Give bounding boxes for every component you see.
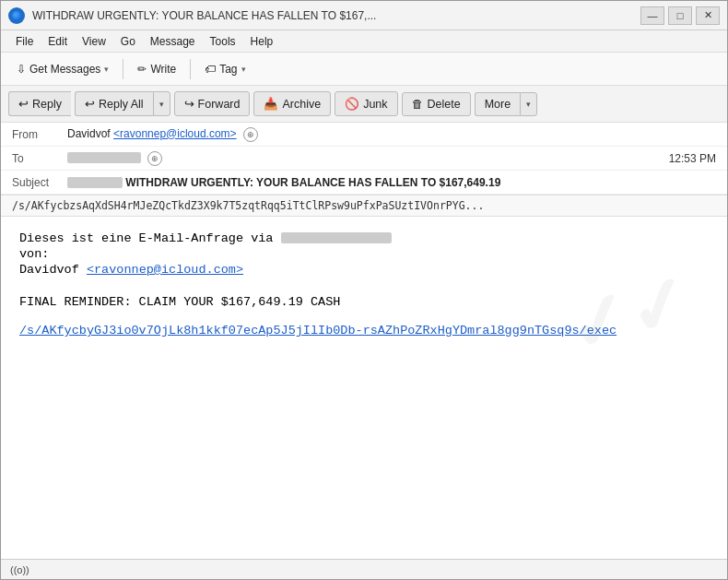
- reply-icon: ↩: [18, 97, 29, 111]
- tag-label: Tag: [219, 63, 237, 76]
- to-value: ⊕: [67, 151, 669, 166]
- more-group: More ▾: [475, 92, 537, 116]
- reply-all-icon: ↩: [85, 97, 95, 111]
- menu-file[interactable]: File: [8, 33, 41, 50]
- delete-icon: 🗑: [412, 98, 424, 111]
- menu-go[interactable]: Go: [113, 33, 143, 50]
- menu-help[interactable]: Help: [243, 33, 281, 50]
- from-row: From Davidvof <ravonnep@icloud.com> ⊕: [1, 123, 727, 147]
- body-line1: Dieses ist eine E-Mail-Anfrage via: [19, 231, 273, 245]
- close-button[interactable]: ✕: [696, 6, 720, 25]
- get-messages-chevron[interactable]: ▾: [104, 65, 109, 74]
- from-email: <ravonnep@icloud.com>: [113, 127, 237, 140]
- from-value: Davidvof <ravonnep@icloud.com> ⊕: [67, 127, 716, 142]
- delete-button[interactable]: 🗑 Delete: [402, 92, 471, 116]
- subject-row: Subject WITHDRAW URGENTLY: YOUR BALANCE …: [1, 171, 727, 195]
- body-url-para: /s/AKfycbyGJ3io0v7OjLk8h1kkf07ecAp5J5jIl…: [19, 324, 709, 337]
- url-bar-text: /s/AKfycbzsAqXdSH4rMJeZQcTkdZ3X9k7T5zqtR…: [12, 199, 484, 212]
- archive-icon: 📥: [264, 97, 278, 111]
- title-bar: WITHDRAW URGENTLY: YOUR BALANCE HAS FALL…: [1, 1, 727, 30]
- menu-message[interactable]: Message: [143, 33, 203, 50]
- from-name: Davidvof: [67, 127, 111, 140]
- reply-all-dropdown[interactable]: ▾: [153, 91, 170, 116]
- write-label: Write: [150, 63, 176, 76]
- app-icon: [8, 7, 25, 24]
- window-controls: — □ ✕: [640, 6, 720, 25]
- forward-label: Forward: [198, 98, 241, 111]
- body-intro: Dieses ist eine E-Mail-Anfrage via: [19, 231, 709, 245]
- email-body: ✓✓ Dieses ist eine E-Mail-Anfrage via vo…: [1, 217, 727, 559]
- body-name-line: Davidvof <ravonnep@icloud.com>: [19, 263, 709, 277]
- body-url-link[interactable]: /s/AKfycbyGJ3io0v7OjLk8h1kkf07ecAp5J5jIl…: [19, 324, 709, 337]
- tag-button[interactable]: 🏷 Tag ▾: [196, 58, 253, 80]
- delete-label: Delete: [428, 98, 461, 111]
- get-messages-button[interactable]: ⇩ Get Messages ▾: [8, 58, 117, 80]
- menu-view[interactable]: View: [75, 33, 113, 50]
- more-dropdown[interactable]: ▾: [520, 92, 537, 116]
- email-time: 12:53 PM: [669, 152, 716, 165]
- body-von: von:: [19, 247, 709, 261]
- main-window: WITHDRAW URGENTLY: YOUR BALANCE HAS FALL…: [0, 0, 728, 580]
- junk-icon: 🚫: [345, 97, 359, 111]
- junk-label: Junk: [363, 98, 387, 111]
- main-toolbar: ⇩ Get Messages ▾ ✏ Write 🏷 Tag ▾: [1, 53, 727, 86]
- email-headers: From Davidvof <ravonnep@icloud.com> ⊕ To…: [1, 123, 727, 195]
- subject-main: WITHDRAW URGENTLY: YOUR BALANCE HAS FALL…: [125, 176, 500, 189]
- menu-tools[interactable]: Tools: [203, 33, 243, 50]
- body-reminder: FINAL REMINDER: CLAIM YOUR $167,649.19 C…: [19, 295, 709, 309]
- get-messages-label: Get Messages: [29, 63, 100, 76]
- to-row: To ⊕ 12:53 PM: [1, 147, 727, 171]
- reply-all-button[interactable]: ↩ Reply All: [75, 91, 153, 116]
- archive-button[interactable]: 📥 Archive: [253, 91, 331, 116]
- write-icon: ✏: [137, 63, 147, 76]
- get-messages-icon: ⇩: [17, 63, 26, 76]
- reply-button[interactable]: ↩ Reply: [8, 91, 71, 116]
- tag-chevron[interactable]: ▾: [241, 65, 246, 74]
- reply-group: ↩ Reply: [8, 91, 71, 116]
- junk-button[interactable]: 🚫 Junk: [335, 91, 397, 116]
- forward-icon: ↪: [184, 97, 194, 111]
- url-bar: /s/AKfycbzsAqXdSH4rMJeZQcTkdZ3X9k7T5zqtR…: [1, 195, 727, 217]
- menu-edit[interactable]: Edit: [41, 33, 75, 50]
- toolbar-separator-1: [123, 59, 123, 79]
- subject-value: WITHDRAW URGENTLY: YOUR BALANCE HAS FALL…: [67, 176, 716, 189]
- from-label: From: [12, 128, 67, 141]
- subject-prefix-blurred: [67, 177, 123, 188]
- more-label: More: [485, 98, 511, 111]
- body-sender-blurred: [281, 232, 392, 243]
- sound-icon: ((o)): [10, 564, 29, 575]
- subject-label: Subject: [12, 176, 67, 189]
- status-bar: ((o)): [1, 559, 727, 579]
- minimize-button[interactable]: —: [640, 6, 664, 25]
- body-name: Davidvof: [19, 263, 87, 277]
- from-contact-icon[interactable]: ⊕: [243, 127, 258, 142]
- maximize-button[interactable]: □: [668, 6, 692, 25]
- to-contact-icon[interactable]: ⊕: [147, 151, 162, 166]
- archive-label: Archive: [282, 98, 321, 111]
- menu-bar: File Edit View Go Message Tools Help: [1, 30, 727, 53]
- body-email-link[interactable]: <ravonnep@icloud.com>: [87, 263, 243, 277]
- reply-all-label: Reply All: [99, 98, 144, 111]
- to-label: To: [12, 152, 67, 165]
- more-button[interactable]: More: [475, 92, 520, 116]
- forward-button[interactable]: ↪ Forward: [174, 91, 251, 116]
- action-bar: ↩ Reply ↩ Reply All ▾ ↪ Forward 📥 Archiv…: [1, 86, 727, 123]
- window-title: WITHDRAW URGENTLY: YOUR BALANCE HAS FALL…: [32, 9, 640, 22]
- reply-all-group: ↩ Reply All ▾: [75, 91, 170, 116]
- write-button[interactable]: ✏ Write: [129, 58, 184, 80]
- toolbar-separator-2: [190, 59, 191, 79]
- reply-label: Reply: [32, 98, 62, 111]
- tag-icon: 🏷: [205, 63, 216, 76]
- to-address-blurred: [67, 152, 141, 163]
